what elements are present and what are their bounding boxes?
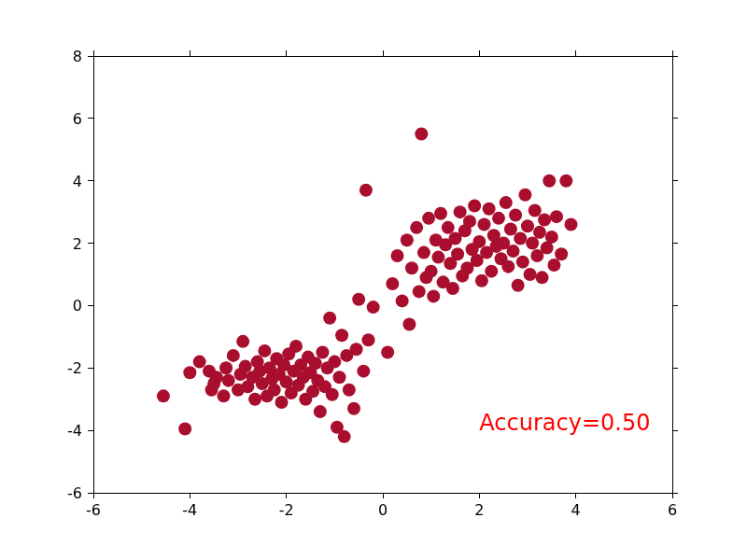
data-point — [268, 384, 281, 397]
data-point — [157, 389, 170, 402]
data-point — [359, 184, 373, 197]
data-point — [275, 396, 289, 409]
data-point — [555, 247, 568, 260]
data-point — [524, 268, 537, 281]
x-tick-label: 4 — [571, 501, 581, 519]
data-point — [323, 312, 336, 325]
data-point — [316, 346, 329, 359]
data-point — [504, 223, 517, 236]
data-point — [454, 205, 467, 218]
y-tick-label: 6 — [73, 110, 82, 128]
data-point — [514, 232, 527, 245]
data-point — [501, 260, 514, 273]
data-point — [236, 335, 249, 348]
data-point — [258, 344, 271, 357]
data-point — [222, 374, 235, 387]
data-point — [427, 289, 440, 302]
y-tick-label: 2 — [73, 235, 82, 253]
y-tick-label: 0 — [73, 297, 82, 315]
data-point — [463, 215, 476, 228]
data-point — [309, 357, 322, 370]
scatter-chart: -6-4-20246-6-4-202468Accuracy=0.50 — [0, 0, 747, 560]
data-point — [521, 219, 534, 232]
y-tick-label: 4 — [73, 173, 82, 190]
data-point — [536, 271, 549, 284]
data-point — [218, 389, 231, 402]
data-point — [434, 207, 447, 220]
data-point — [350, 343, 363, 356]
data-point — [533, 226, 546, 239]
data-point — [507, 245, 520, 258]
y-tick-label: -4 — [67, 422, 82, 440]
data-point — [343, 384, 356, 397]
data-point — [193, 356, 206, 369]
data-point — [289, 340, 303, 353]
data-point — [485, 265, 498, 278]
data-point — [401, 233, 414, 246]
x-tick-label: 2 — [474, 501, 484, 519]
data-point — [500, 196, 513, 209]
data-point — [227, 349, 240, 362]
data-point — [328, 356, 341, 369]
data-point — [483, 203, 496, 216]
data-point — [333, 371, 346, 384]
data-point — [357, 365, 370, 378]
data-point — [475, 274, 488, 287]
data-point — [381, 346, 394, 359]
data-point — [396, 294, 409, 307]
data-point — [547, 259, 560, 272]
data-point — [210, 371, 223, 384]
data-point — [183, 366, 196, 379]
data-point — [550, 210, 563, 223]
data-point — [565, 218, 578, 231]
x-tick-label: 6 — [668, 501, 677, 519]
x-tick-label: -4 — [182, 501, 197, 519]
data-point — [509, 208, 522, 221]
data-point — [367, 301, 380, 314]
y-tick-label: 8 — [73, 48, 82, 65]
data-point — [538, 214, 551, 227]
data-point — [405, 261, 418, 274]
data-point — [362, 333, 375, 346]
data-point — [422, 212, 435, 225]
data-point — [543, 175, 556, 188]
data-point — [248, 393, 261, 406]
x-tick-label: 0 — [378, 501, 388, 519]
data-point — [559, 175, 572, 188]
data-point — [347, 402, 360, 415]
data-point — [545, 231, 558, 244]
x-tick-label: -6 — [86, 501, 101, 519]
data-point — [386, 277, 399, 290]
data-point — [314, 405, 327, 418]
data-point — [512, 279, 525, 292]
accuracy-annotation: Accuracy=0.50 — [479, 410, 650, 436]
data-point — [391, 249, 404, 262]
data-point — [468, 199, 481, 212]
data-point — [478, 218, 491, 231]
data-point — [219, 361, 233, 374]
data-point — [442, 221, 455, 234]
data-point — [472, 235, 486, 248]
data-point — [239, 360, 252, 373]
data-point — [338, 430, 351, 443]
data-point — [446, 282, 459, 295]
data-point — [417, 246, 430, 259]
chart-svg: -6-4-20246-6-4-202468Accuracy=0.50 — [0, 0, 747, 560]
y-tick-label: -6 — [67, 484, 82, 502]
data-point — [518, 189, 531, 202]
data-point — [415, 128, 428, 141]
data-point — [410, 221, 423, 234]
data-point — [431, 251, 444, 264]
data-point — [529, 203, 542, 217]
data-point — [526, 237, 539, 250]
data-point — [492, 212, 505, 225]
data-point — [413, 285, 426, 298]
y-tick-label: -2 — [67, 359, 82, 377]
data-point — [402, 317, 416, 330]
data-point — [335, 329, 348, 342]
data-point — [326, 388, 339, 401]
data-point — [451, 247, 464, 260]
data-point — [178, 422, 191, 435]
data-point — [516, 256, 529, 269]
x-tick-label: -2 — [279, 501, 294, 519]
